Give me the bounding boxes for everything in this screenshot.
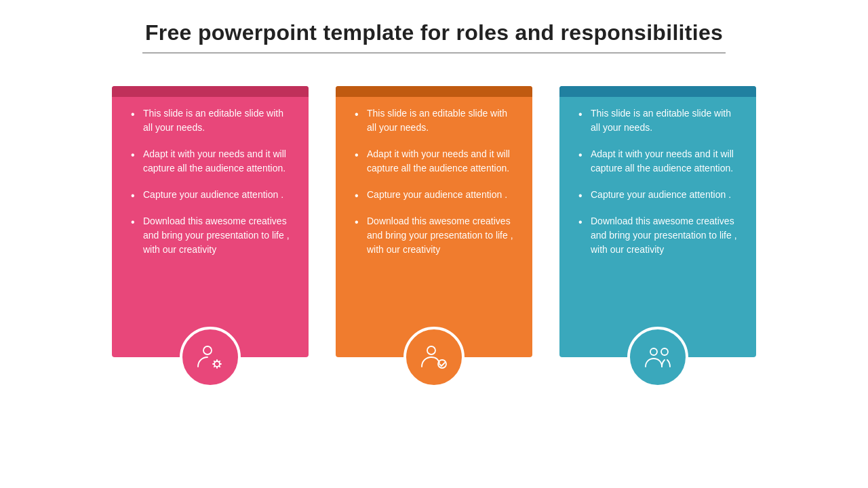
person-gear-icon — [194, 341, 226, 373]
card-1-item-2: Adapt it with your needs and it will cap… — [131, 147, 290, 176]
title-divider — [142, 52, 726, 54]
card-1-item-3: Capture your audience attention . — [131, 188, 290, 202]
card-3-item-4: Download this awesome creatives and brin… — [578, 214, 737, 257]
svg-point-2 — [427, 346, 435, 354]
card-1: This slide is an editable slide with all… — [112, 86, 309, 357]
card-2-item-1: This slide is an editable slide with all… — [355, 106, 513, 135]
card-top-bar-2 — [336, 86, 532, 97]
card-3-icon-circle — [627, 327, 688, 388]
people-icon — [642, 341, 674, 373]
svg-point-5 — [661, 348, 668, 355]
svg-point-4 — [650, 348, 657, 355]
card-top-bar-1 — [112, 86, 309, 97]
card-1-list: This slide is an editable slide with all… — [131, 106, 290, 257]
card-1-item-1: This slide is an editable slide with all… — [131, 106, 290, 135]
card-wrapper-2: This slide is an editable slide with all… — [336, 86, 532, 388]
card-1-item-4: Download this awesome creatives and brin… — [131, 214, 290, 257]
page-title: Free powerpoint template for roles and r… — [41, 20, 827, 45]
card-3-item-3: Capture your audience attention . — [578, 188, 737, 202]
cards-container: This slide is an editable slide with all… — [41, 86, 827, 388]
card-3-item-2: Adapt it with your needs and it will cap… — [578, 147, 737, 176]
card-3-list: This slide is an editable slide with all… — [578, 106, 737, 257]
card-1-icon-circle — [180, 327, 241, 388]
card-2-list: This slide is an editable slide with all… — [355, 106, 513, 257]
main-page: Free powerpoint template for roles and r… — [0, 0, 868, 488]
card-top-bar-3 — [559, 86, 756, 97]
card-2-item-2: Adapt it with your needs and it will cap… — [355, 147, 513, 176]
card-2-item-3: Capture your audience attention . — [355, 188, 513, 202]
card-2-icon-circle — [403, 327, 465, 388]
card-wrapper-3: This slide is an editable slide with all… — [559, 86, 756, 388]
card-2: This slide is an editable slide with all… — [336, 86, 532, 357]
title-section: Free powerpoint template for roles and r… — [41, 20, 827, 54]
svg-point-0 — [203, 346, 212, 354]
card-wrapper-1: This slide is an editable slide with all… — [112, 86, 309, 388]
person-check-icon — [418, 341, 450, 373]
card-3: This slide is an editable slide with all… — [559, 86, 756, 357]
card-3-item-1: This slide is an editable slide with all… — [578, 106, 737, 135]
card-2-item-4: Download this awesome creatives and brin… — [355, 214, 513, 257]
